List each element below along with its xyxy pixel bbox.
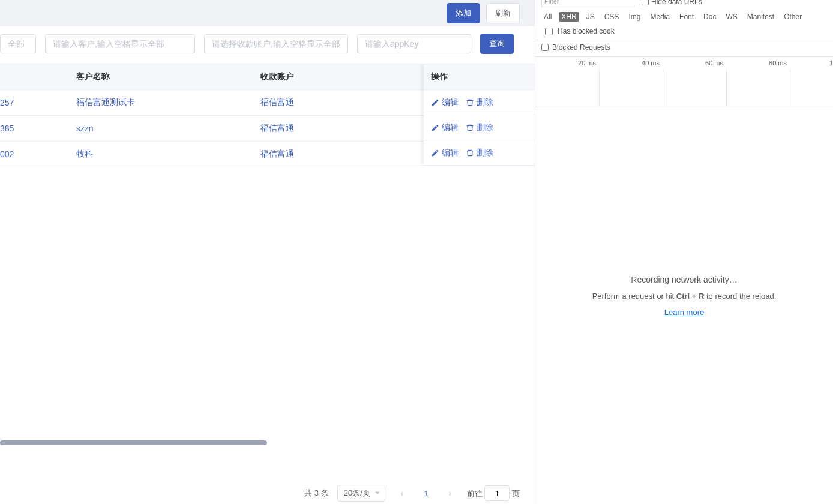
filter-row: 查询 <box>0 26 535 61</box>
edit-link[interactable]: 编辑 <box>431 148 459 158</box>
filter-partial-input[interactable] <box>0 34 36 53</box>
refresh-button[interactable]: 刷新 <box>486 3 520 23</box>
type-filter-media[interactable]: Media <box>648 12 672 22</box>
table-container: 客户名称 收款账户 AppKey 257福信富通测试卡福信富通fxft25HRg… <box>0 64 535 460</box>
cell-id: 257 <box>0 90 70 116</box>
pagination-goto-prefix: 前往 <box>467 489 483 498</box>
type-filter-other[interactable]: Other <box>781 12 804 22</box>
th-account: 收款账户 <box>254 64 439 90</box>
toolbar: 添加 刷新 <box>0 0 535 26</box>
devtools-type-filters: AllXHRJSCSSImgMediaFontDocWSManifestOthe… <box>535 8 833 40</box>
edit-label: 编辑 <box>442 122 459 133</box>
pagination-goto: 前往 页 <box>467 485 520 501</box>
blocked-requests-checkbox[interactable] <box>541 44 549 51</box>
hide-data-urls-box[interactable] <box>642 0 649 5</box>
timeline-tick: 80 ms <box>769 59 787 67</box>
delete-label: 删除 <box>477 97 493 108</box>
cell-customer: 牧科 <box>70 142 254 167</box>
action-row: 编辑删除 <box>424 140 535 166</box>
hide-data-urls-label: Hide data URLs <box>651 0 702 6</box>
edit-link[interactable]: 编辑 <box>431 122 459 133</box>
action-row: 编辑删除 <box>424 115 535 140</box>
pagination-prev[interactable]: ‹ <box>394 488 410 498</box>
cell-customer: 福信富通测试卡 <box>70 90 254 116</box>
filter-customer-input[interactable] <box>45 34 195 53</box>
cell-account: 福信富通 <box>254 90 439 116</box>
type-filter-manifest[interactable]: Manifest <box>745 12 777 22</box>
has-blocked-cookies-checkbox[interactable]: Has blocked cook <box>545 26 617 36</box>
devtools-filter-input[interactable]: Filter <box>541 0 634 7</box>
cell-account: 福信富通 <box>254 142 439 167</box>
blocked-requests-label: Blocked Requests <box>552 43 610 52</box>
devtools-network-panel: Filter Hide data URLs AllXHRJSCSSImgMedi… <box>535 0 833 504</box>
hint-pre: Perform a request or hit <box>592 292 676 301</box>
pagination: 共 3 条 20条/页 ‹ 1 › 前往 页 <box>0 484 520 502</box>
hint-key: Ctrl + R <box>676 292 705 301</box>
has-blocked-cookies-box[interactable] <box>545 28 553 35</box>
cell-id: 385 <box>0 116 70 142</box>
type-filter-css[interactable]: CSS <box>602 12 622 22</box>
type-filter-doc[interactable]: Doc <box>701 12 718 22</box>
filter-account-input[interactable] <box>204 34 348 53</box>
delete-link[interactable]: 删除 <box>466 122 493 133</box>
pagination-goto-suffix: 页 <box>512 489 520 498</box>
edit-label: 编辑 <box>442 148 459 158</box>
timeline-tick: 60 ms <box>705 59 723 67</box>
type-filter-img[interactable]: Img <box>626 12 643 22</box>
cell-id: 002 <box>0 142 70 167</box>
timeline-tick: 40 ms <box>642 59 660 67</box>
edit-label: 编辑 <box>442 97 459 108</box>
action-row: 编辑删除 <box>424 90 535 115</box>
hide-data-urls-checkbox[interactable]: Hide data URLs <box>642 0 702 6</box>
type-filter-ws[interactable]: WS <box>723 12 739 22</box>
timeline-tick: 1 <box>829 59 833 67</box>
recording-text: Recording network activity… <box>631 275 737 284</box>
learn-more-link[interactable]: Learn more <box>664 308 704 317</box>
type-filter-all[interactable]: All <box>541 12 554 22</box>
devtools-empty-state: Recording network activity… Perform a re… <box>535 87 833 504</box>
timeline-tick: 20 ms <box>578 59 596 67</box>
horizontal-scrollbar[interactable] <box>0 440 267 445</box>
fixed-action-column: 操作 编辑删除编辑删除编辑删除 <box>424 64 535 166</box>
delete-link[interactable]: 删除 <box>466 148 493 158</box>
th-customer: 客户名称 <box>70 64 254 90</box>
cell-customer: szzn <box>70 116 254 142</box>
hint-post: to record the reload. <box>704 292 776 301</box>
type-filter-xhr[interactable]: XHR <box>559 12 579 22</box>
edit-link[interactable]: 编辑 <box>431 97 459 108</box>
delete-label: 删除 <box>477 122 493 133</box>
add-button[interactable]: 添加 <box>447 3 480 23</box>
delete-link[interactable]: 删除 <box>466 97 493 108</box>
pagination-page-1[interactable]: 1 <box>419 489 433 498</box>
pagination-goto-input[interactable] <box>484 485 510 501</box>
has-blocked-cookies-label: Has blocked cook <box>555 26 617 36</box>
hint-text: Perform a request or hit Ctrl + R to rec… <box>592 292 777 301</box>
cell-account: 福信富通 <box>254 116 439 142</box>
type-filter-font[interactable]: Font <box>677 12 696 22</box>
pagination-pagesize-select[interactable]: 20条/页 <box>337 485 385 502</box>
delete-label: 删除 <box>477 148 493 158</box>
filter-appkey-input[interactable] <box>357 34 471 53</box>
type-filter-js[interactable]: JS <box>584 12 597 22</box>
search-button[interactable]: 查询 <box>480 34 514 54</box>
pagination-next[interactable]: › <box>442 488 459 498</box>
th-action: 操作 <box>424 64 535 90</box>
pagination-total: 共 3 条 <box>304 488 328 499</box>
th-id <box>0 64 70 90</box>
